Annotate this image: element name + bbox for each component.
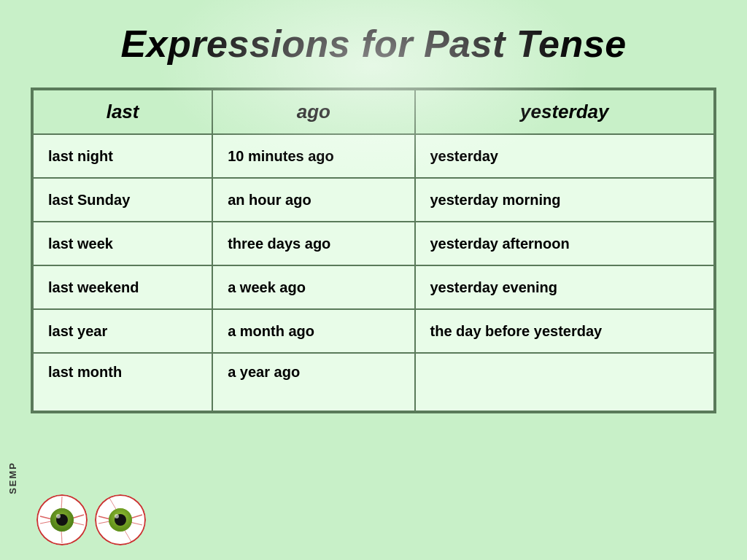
- eye-left: [36, 494, 88, 545]
- main-table-wrapper: last ago yesterday last night10 minutes …: [31, 88, 716, 413]
- semp-label: SEMP: [7, 462, 18, 494]
- table-cell-3-1: a week ago: [212, 265, 414, 309]
- table-cell-5-0: last month: [33, 353, 212, 411]
- eye-left-svg: [36, 494, 88, 545]
- table-cell-1-1: an hour ago: [212, 178, 414, 222]
- table-cell-1-0: last Sunday: [33, 178, 212, 222]
- table-cell-0-1: 10 minutes ago: [212, 134, 414, 178]
- table-row: last yeara month agothe day before yeste…: [33, 309, 714, 353]
- table-cell-0-2: yesterday: [415, 134, 715, 178]
- table-cell-0-0: last night: [33, 134, 212, 178]
- table-cell-1-2: yesterday morning: [415, 178, 715, 222]
- table-row: last Sundayan hour agoyesterday morning: [33, 178, 714, 222]
- table-cell-5-2: [415, 353, 715, 411]
- table-row: last night10 minutes agoyesterday: [33, 134, 714, 178]
- svg-point-21: [115, 514, 119, 518]
- table-cell-5-1: a year ago: [212, 353, 414, 411]
- expressions-table: last ago yesterday last night10 minutes …: [32, 89, 715, 412]
- col-header-ago: ago: [212, 90, 414, 134]
- table-row: last weekthree days agoyesterday afterno…: [33, 222, 714, 265]
- table-cell-2-2: yesterday afternoon: [415, 222, 715, 265]
- table-row: last montha year ago: [33, 353, 714, 411]
- table-row: last weekenda week agoyesterday evening: [33, 265, 714, 309]
- col-header-last: last: [33, 90, 212, 134]
- table-cell-4-2: the day before yesterday: [415, 309, 715, 353]
- eye-right: [95, 494, 146, 545]
- svg-point-10: [56, 514, 61, 518]
- eyes-decoration: [36, 494, 146, 545]
- table-cell-4-1: a month ago: [212, 309, 414, 353]
- eye-right-svg: [95, 494, 146, 545]
- table-cell-2-1: three days ago: [212, 222, 414, 265]
- table-cell-3-0: last weekend: [33, 265, 212, 309]
- table-cell-2-0: last week: [33, 222, 212, 265]
- col-header-yesterday: yesterday: [415, 90, 715, 134]
- table-cell-4-0: last year: [33, 309, 212, 353]
- table-header-row: last ago yesterday: [33, 90, 714, 134]
- page-title: Expressions for Past Tense: [120, 22, 626, 66]
- table-cell-3-2: yesterday evening: [415, 265, 715, 309]
